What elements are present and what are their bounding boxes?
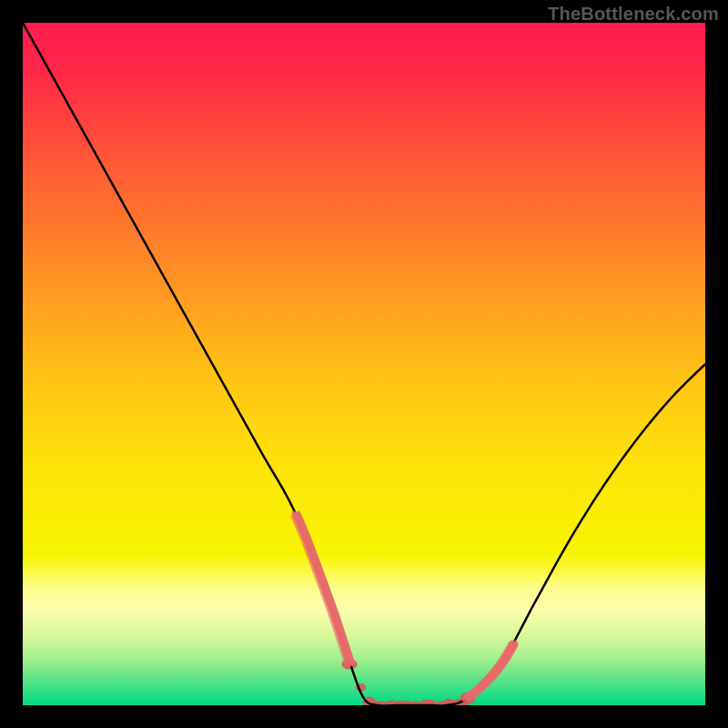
chart-frame: TheBottleneck.com [0,0,728,728]
gradient-background [23,23,705,705]
attribution-text: TheBottleneck.com [548,4,719,25]
chart-plot [23,23,705,705]
